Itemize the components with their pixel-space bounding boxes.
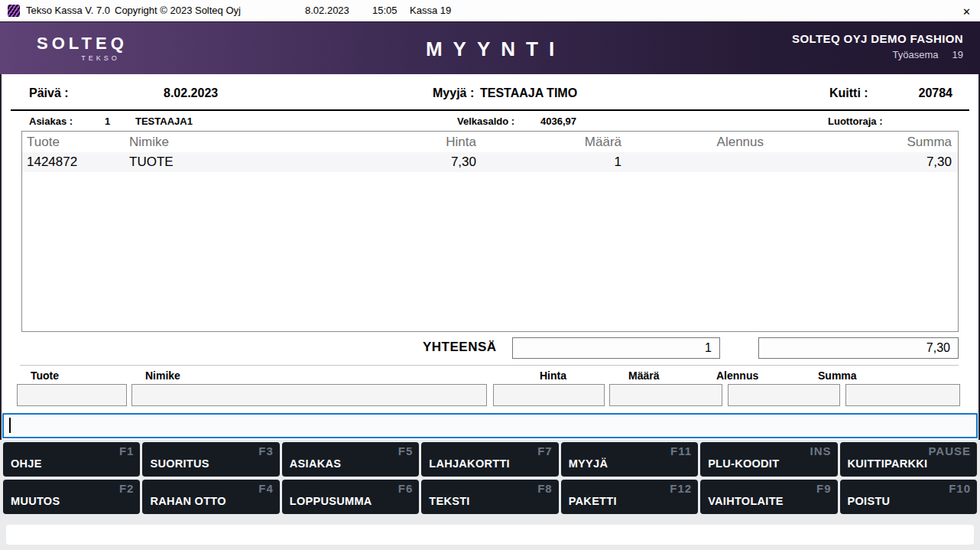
entry-label-nimike: Nimike	[145, 369, 180, 382]
fn-label: ASIAKAS	[290, 457, 341, 470]
fn-key-label: F7	[537, 444, 553, 457]
item-price: 7,30	[368, 155, 476, 170]
fn-button-loppusumma[interactable]: F6 LOPPUSUMMA	[282, 480, 419, 514]
separator-line	[11, 109, 969, 111]
discount-input[interactable]	[728, 384, 840, 406]
column-header-nimike: Nimike	[129, 135, 368, 150]
column-header-maara: Määrä	[476, 135, 621, 150]
titlebar: Tekso Kassa V. 7.0 Copyright © 2023 Solt…	[0, 0, 980, 21]
fn-key-label: F11	[670, 444, 692, 457]
tekso-app-icon	[8, 5, 20, 17]
fn-label: LAHJAKORTTI	[429, 457, 510, 470]
column-header-alennus: Alennus	[621, 135, 764, 150]
customer-number: 1	[105, 116, 110, 127]
store-info: SOLTEQ OYJ DEMO FASHION Työasema19	[792, 32, 963, 60]
fn-label: MUUTOS	[11, 495, 60, 507]
total-sum-box: 7,30	[758, 337, 959, 359]
fn-button-teksti[interactable]: F8 TEKSTI	[421, 480, 558, 514]
fn-button-plu-koodit[interactable]: INS PLU-KOODIT	[700, 442, 837, 477]
receipt-label: Kuitti :	[829, 86, 868, 100]
price-input[interactable]	[493, 384, 605, 406]
fn-label: MYYJÄ	[569, 457, 608, 470]
total-label: YHTEENSÄ	[423, 340, 497, 355]
fn-button-poistu[interactable]: F10 POISTU	[840, 480, 977, 514]
fn-button-myyja[interactable]: F11 MYYJÄ	[561, 442, 698, 477]
entry-label-hinta: Hinta	[540, 369, 566, 382]
copyright-text: Copyright © 2023 Solteq Oyj	[115, 5, 241, 16]
product-name-input[interactable]	[131, 384, 487, 406]
item-quantity: 1	[476, 155, 621, 170]
fn-button-paketti[interactable]: F12 PAKETTI	[561, 480, 698, 514]
column-header-summa: Summa	[764, 135, 958, 150]
fn-key-label: F2	[119, 482, 135, 495]
function-key-grid: F1 OHJE F3 SUORITUS F5 ASIAKAS F7 LAHJAK…	[3, 442, 977, 514]
close-icon[interactable]: ✕	[962, 5, 971, 20]
table-header-row: Tuote Nimike Hinta Määrä Alennus Summa	[22, 132, 958, 152]
fn-label: PLU-KOODIT	[708, 457, 779, 470]
customer-label: Asiakas :	[29, 116, 73, 127]
fn-label: RAHAN OTTO	[150, 495, 226, 507]
fn-key-label: F10	[949, 482, 971, 495]
fn-key-label: F8	[537, 482, 553, 495]
command-input[interactable]	[2, 413, 978, 438]
text-cursor	[9, 418, 11, 433]
date-value: 8.02.2023	[164, 86, 218, 100]
item-name: TUOTE	[129, 155, 368, 170]
fn-key-label: INS	[810, 444, 832, 457]
fn-key-label: F9	[816, 482, 832, 495]
fn-button-rahan-otto[interactable]: F4 RAHAN OTTO	[142, 480, 279, 514]
status-bar	[6, 525, 974, 545]
fn-label: PAKETTI	[569, 495, 617, 507]
store-name: SOLTEQ OYJ DEMO FASHION	[792, 32, 963, 45]
fn-button-muutos[interactable]: F2 MUUTOS	[3, 480, 140, 514]
fn-label: LOPPUSUMMA	[290, 495, 372, 507]
fn-key-label: F5	[398, 444, 414, 457]
fn-label: SUORITUS	[150, 457, 209, 470]
titlebar-date: 8.02.2023	[305, 5, 349, 16]
total-quantity-box: 1	[512, 337, 720, 359]
column-header-hinta: Hinta	[368, 135, 476, 150]
debt-balance-label: Velkasaldo :	[457, 116, 514, 127]
item-product-code: 1424872	[22, 155, 129, 170]
app-window: Tekso Kassa V. 7.0 Copyright © 2023 Solt…	[0, 0, 980, 550]
receipt-items-table: Tuote Nimike Hinta Määrä Alennus Summa 1…	[21, 131, 959, 332]
date-label: Päivä :	[29, 86, 69, 100]
fn-button-ohje[interactable]: F1 OHJE	[3, 442, 140, 477]
receipt-number: 20784	[919, 86, 953, 100]
fn-label: OHJE	[11, 457, 42, 470]
workstation-info: Työasema19	[792, 49, 963, 60]
entry-label-summa: Summa	[818, 369, 857, 382]
fn-button-kuittiparkki[interactable]: PAUSE KUITTIPARKKI	[840, 442, 977, 477]
fn-key-label: F6	[398, 482, 414, 495]
fn-label: KUITTIPARKKI	[848, 457, 928, 470]
item-sum: 7,30	[764, 155, 958, 170]
separator-line-2	[20, 365, 959, 366]
entry-label-maara: Määrä	[628, 369, 659, 382]
product-code-input[interactable]	[17, 384, 127, 406]
quantity-input[interactable]	[609, 384, 722, 406]
credit-limit-label: Luottoraja :	[828, 116, 883, 127]
table-row[interactable]: 1424872 TUOTE 7,30 1 7,30	[22, 152, 958, 172]
debt-balance-value: 4036,97	[540, 116, 576, 127]
fn-key-label: F12	[670, 482, 692, 495]
fn-button-lahjakortti[interactable]: F7 LAHJAKORTTI	[421, 442, 558, 477]
seller-value: TESTAAJA TIMO	[480, 86, 577, 100]
seller-label: Myyjä :	[433, 86, 474, 100]
fn-key-label: F4	[258, 482, 274, 495]
fn-label: TEKSTI	[429, 495, 469, 507]
entry-label-alennus: Alennus	[716, 369, 758, 382]
sum-input[interactable]	[845, 384, 960, 406]
fn-key-label: F3	[258, 444, 274, 457]
titlebar-time: 15:05	[372, 5, 398, 16]
fn-label: VAIHTOLAITE	[708, 495, 784, 507]
fn-button-asiakas[interactable]: F5 ASIAKAS	[282, 442, 419, 477]
column-header-tuote: Tuote	[22, 135, 129, 150]
customer-name: TESTAAJA1	[135, 116, 193, 127]
fn-label: POISTU	[848, 495, 891, 507]
fn-button-vaihtolaite[interactable]: F9 VAIHTOLAITE	[700, 480, 837, 514]
fn-button-suoritus[interactable]: F3 SUORITUS	[142, 442, 279, 477]
window-title: Tekso Kassa V. 7.0	[26, 5, 110, 16]
fn-key-label: F1	[119, 444, 135, 457]
register-number: Kassa 19	[410, 5, 451, 16]
workstation-number: 19	[952, 49, 963, 60]
